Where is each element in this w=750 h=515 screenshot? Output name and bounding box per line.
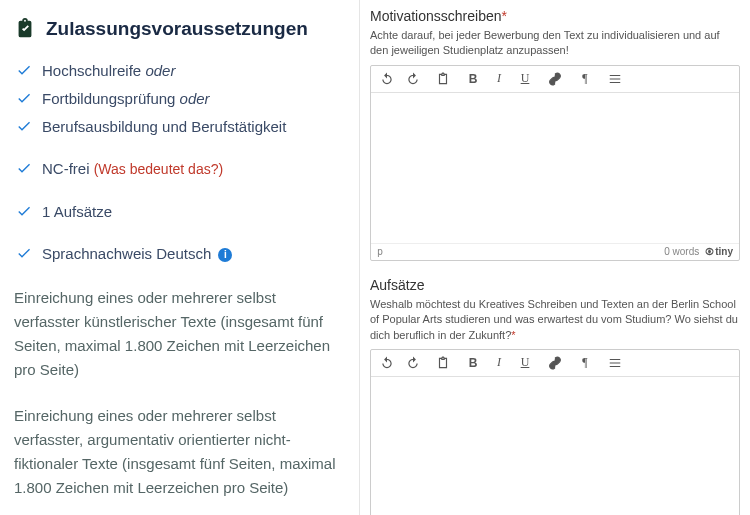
undo-icon[interactable] bbox=[379, 355, 395, 371]
required-mark: * bbox=[511, 329, 515, 341]
section-title-text: Zulassungsvoraussetzungen bbox=[46, 18, 308, 40]
requirement-item: Fortbildungsprüfung oder bbox=[14, 88, 345, 109]
info-icon[interactable]: i bbox=[218, 248, 232, 262]
requirement-item-nc: NC-frei (Was bedeutet das?) bbox=[14, 158, 345, 180]
bold-icon[interactable]: B bbox=[465, 71, 481, 87]
editor-toolbar: B I U ¶ bbox=[371, 66, 739, 93]
submission-paragraph-2: Einreichung eines oder mehrerer selbst v… bbox=[14, 404, 345, 500]
form-panel: Motivationsschreiben* Achte darauf, bei … bbox=[360, 0, 750, 515]
check-icon bbox=[16, 203, 32, 219]
element-path: p bbox=[377, 246, 383, 257]
requirement-item: Berufsausbildung und Berufstätigkeit bbox=[14, 116, 345, 137]
check-icon bbox=[16, 160, 32, 176]
required-mark: * bbox=[502, 8, 507, 24]
motivation-help: Achte darauf, bei jeder Bewerbung den Te… bbox=[370, 28, 740, 59]
requirement-item-language: Sprachnachweis Deutsch i bbox=[14, 243, 345, 264]
essays-editor: B I U ¶ p 0 words tiny bbox=[370, 349, 740, 515]
check-icon bbox=[16, 245, 32, 261]
redo-icon[interactable] bbox=[405, 355, 421, 371]
check-icon bbox=[16, 90, 32, 106]
essays-textarea[interactable] bbox=[371, 377, 739, 515]
paragraph-icon[interactable]: ¶ bbox=[577, 71, 593, 87]
essays-field: Aufsätze Weshalb möchtest du Kreatives S… bbox=[370, 277, 740, 515]
requirement-label: NC-frei (Was bedeutet das?) bbox=[42, 158, 223, 180]
check-icon bbox=[16, 62, 32, 78]
undo-icon[interactable] bbox=[379, 71, 395, 87]
editor-toolbar: B I U ¶ bbox=[371, 350, 739, 377]
essays-label: Aufsätze bbox=[370, 277, 740, 293]
bold-icon[interactable]: B bbox=[465, 355, 481, 371]
underline-icon[interactable]: U bbox=[517, 71, 533, 87]
requirement-label: Sprachnachweis Deutsch i bbox=[42, 243, 232, 264]
motivation-editor: B I U ¶ p 0 words tiny bbox=[370, 65, 740, 261]
nc-hint-link[interactable]: (Was bedeutet das?) bbox=[94, 161, 223, 177]
link-icon[interactable] bbox=[547, 355, 563, 371]
submission-paragraph-1: Einreichung eines oder mehrerer selbst v… bbox=[14, 286, 345, 382]
requirement-label: Berufsausbildung und Berufstätigkeit bbox=[42, 116, 286, 137]
editor-statusbar: p 0 words tiny bbox=[371, 243, 739, 260]
redo-icon[interactable] bbox=[405, 71, 421, 87]
motivation-field: Motivationsschreiben* Achte darauf, bei … bbox=[370, 8, 740, 261]
requirements-panel: Zulassungsvoraussetzungen Hochschulreife… bbox=[0, 0, 360, 515]
section-title: Zulassungsvoraussetzungen bbox=[14, 18, 345, 40]
requirement-item: Hochschulreife oder bbox=[14, 60, 345, 81]
italic-icon[interactable]: I bbox=[491, 71, 507, 87]
paste-icon[interactable] bbox=[435, 355, 451, 371]
requirement-item-essays: 1 Aufsätze bbox=[14, 201, 345, 222]
motivation-textarea[interactable] bbox=[371, 93, 739, 243]
requirement-label: 1 Aufsätze bbox=[42, 201, 112, 222]
paragraph-icon[interactable]: ¶ bbox=[577, 355, 593, 371]
essays-prompt: Weshalb möchtest du Kreatives Schreiben … bbox=[370, 297, 740, 343]
check-icon bbox=[16, 118, 32, 134]
underline-icon[interactable]: U bbox=[517, 355, 533, 371]
paste-icon[interactable] bbox=[435, 71, 451, 87]
more-icon[interactable] bbox=[607, 355, 623, 371]
requirement-label: Hochschulreife oder bbox=[42, 60, 175, 81]
more-icon[interactable] bbox=[607, 71, 623, 87]
italic-icon[interactable]: I bbox=[491, 355, 507, 371]
motivation-label: Motivationsschreiben* bbox=[370, 8, 740, 24]
tiny-logo[interactable]: tiny bbox=[705, 246, 733, 257]
link-icon[interactable] bbox=[547, 71, 563, 87]
requirement-label: Fortbildungsprüfung oder bbox=[42, 88, 210, 109]
word-count: 0 words bbox=[664, 246, 699, 257]
clipboard-icon bbox=[14, 18, 36, 40]
